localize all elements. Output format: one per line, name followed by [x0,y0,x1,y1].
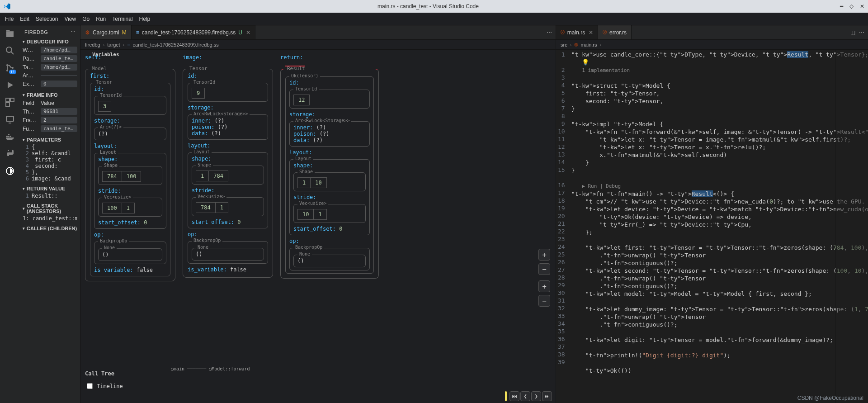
right-editor-group: ® main.rs ✕ ® error.rs ◫⋯ src› ® main.rs… [556,25,868,403]
zoom-controls-2: + − [538,280,550,307]
rust-icon: ⚙ [85,29,90,36]
firedbg-icon[interactable] [5,166,15,176]
next-button[interactable]: ❯ [531,391,541,401]
prev-button[interactable]: ❮ [520,391,530,401]
scm-badge: 11 [9,70,16,74]
menu-help[interactable]: Help [136,16,154,22]
zoom-in-button[interactable]: + [538,249,550,261]
docker-icon[interactable] [5,131,15,142]
tab-label: error.rs [609,29,627,36]
modified-indicator: M [122,29,127,36]
code-line: 3 first: c [23,156,77,163]
timeline-lane[interactable] [171,396,550,398]
title-bar: main.rs - candle_test - Visual Studio Co… [0,0,868,13]
maximize-button[interactable]: ◇ [849,3,854,9]
tab-actions: ⋯ [547,25,556,39]
player-controls: ⏮ ❮ ❯ ⏭ [505,391,552,401]
zoom-controls-1: + − [538,249,550,275]
section-debugger-info[interactable]: DEBUGGER INFO [20,38,80,46]
info-row: Ar… [23,71,77,80]
left-tabs: ⚙ Cargo.toml M ≡ candle_test-17062524830… [80,25,556,40]
minimize-button[interactable]: ━ [840,3,843,9]
close-icon[interactable]: ✕ [246,29,250,36]
menu-file[interactable]: File [2,16,17,22]
call-tree-label: Call Tree [85,370,114,377]
first-button[interactable]: ⏮ [509,391,519,401]
zoom-out-button[interactable]: − [538,295,550,307]
rust-icon: ® [603,29,607,36]
var-self-column: self: first: id: 3 storage: (?) layout: … [85,54,175,367]
menu-bar: File Edit Selection View Go Run Terminal… [0,13,868,25]
menu-run[interactable]: Run [93,16,109,22]
menu-selection[interactable]: Selection [33,16,61,22]
return-label: return: [280,54,379,61]
activity-bar: 11 [0,25,20,403]
tensor-box: id: 9 storage: inner: (?) poison: (?) da… [183,69,273,278]
close-icon[interactable]: ✕ [589,29,593,36]
sidebar-panel: FIREDBG⋯ DEBUGGER INFO W…/home/pd…Pa…can… [20,25,80,403]
timeline-checkbox[interactable]: Timeline [85,382,123,390]
info-row: Fu…candle_test:… [23,124,77,133]
tab-firedbg-ss[interactable]: ≡ candle_test-1706252483099.firedbg.ss U… [132,25,255,39]
svg-rect-5 [10,98,14,102]
menu-edit[interactable]: Edit [17,16,33,22]
menu-view[interactable]: View [61,16,79,22]
more-icon[interactable]: ⋯ [71,29,76,35]
more-icon[interactable]: ⋯ [859,29,864,36]
call-stack-item[interactable]: 1: candle_test::main [23,215,77,222]
info-row: Th…96681 [23,107,77,116]
code-line: 5}, [23,169,77,175]
zoom-in-button[interactable]: + [538,280,550,292]
info-row: Ex…0 [23,80,77,88]
self-label: self: [85,54,175,61]
svg-rect-10 [10,136,11,137]
section-return-value[interactable]: RETURN VALUE [20,185,80,193]
run-debug-icon[interactable] [5,80,15,90]
svg-point-1 [6,64,8,66]
tab-label: main.rs [567,29,585,36]
sidebar-title: FIREDBG⋯ [20,25,80,38]
section-frame-info[interactable]: FRAME INFO [20,91,80,99]
tab-label: candle_test-1706252483099.firedbg.ss [142,29,236,36]
svg-point-2 [6,70,8,71]
remote-icon[interactable] [5,114,15,125]
untracked-indicator: U [238,29,242,36]
close-button[interactable]: ✕ [860,3,864,9]
code-editor[interactable]: 1234567891011121314151617181920212223242… [556,50,868,403]
code-line: 1Result:: [23,193,77,199]
more-icon[interactable]: ⋯ [547,29,552,36]
minimap[interactable] [835,50,868,403]
firedbg-canvas[interactable]: Variables self: first: id: 3 storage: (?… [80,50,556,403]
section-callee[interactable]: CALLEE (CHILDREN) [20,224,80,232]
tab-error-rs[interactable]: ® error.rs [598,25,632,39]
playhead-marker[interactable] [505,391,507,401]
split-editor-icon[interactable]: ◫ [850,29,855,36]
python-env-icon[interactable] [5,148,15,159]
code-line: 6image: &cand [23,175,77,182]
tab-main-rs[interactable]: ® main.rs ✕ [556,25,598,39]
code-line: 4 second: [23,163,77,169]
left-breadcrumbs[interactable]: firedbg› target› ≡ candle_test-170625248… [80,40,556,50]
window-controls: ━ ◇ ✕ [840,3,864,9]
explorer-icon[interactable] [5,28,15,39]
menu-terminal[interactable]: Terminal [109,16,136,22]
zoom-out-button[interactable]: − [538,263,550,275]
tab-cargo-toml[interactable]: ⚙ Cargo.toml M [80,25,132,39]
info-row: Ta…/home/pd… [23,63,77,71]
svg-rect-8 [6,136,8,137]
svg-rect-6 [6,103,9,106]
file-icon: ≡ [136,29,139,36]
search-icon[interactable] [5,45,15,56]
extensions-icon[interactable] [5,97,15,108]
image-label: image: [183,54,273,61]
section-parameters[interactable]: PARAMETERS [20,136,80,144]
tab-label: Cargo.toml [93,29,119,36]
section-call-stack[interactable]: CALL STACK (ANCESTORS) [20,202,80,215]
menu-go[interactable]: Go [79,16,93,22]
last-button[interactable]: ⏭ [542,391,552,401]
frame-info-header: FieldValue [23,99,77,107]
left-editor-group: ⚙ Cargo.toml M ≡ candle_test-17062524830… [80,25,556,403]
right-breadcrumbs[interactable]: src› ® main.rs› [556,40,868,50]
source-control-icon[interactable]: 11 [5,62,15,73]
svg-rect-7 [6,116,14,121]
